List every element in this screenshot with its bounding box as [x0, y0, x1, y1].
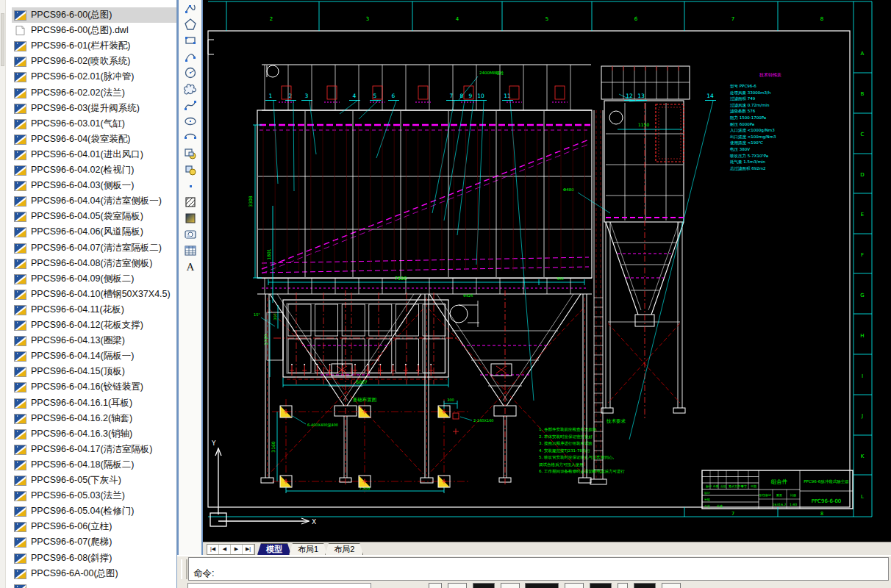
file-item[interactable]: PPCS96-6-04.10(槽钢50X37X4.5) — [12, 287, 176, 302]
tb-scale: 1:40 — [790, 503, 797, 506]
region-icon[interactable] — [180, 226, 200, 243]
ellipse-arc-icon[interactable] — [180, 129, 200, 146]
tb-sig-4: 签字 — [741, 484, 747, 488]
revcloud-icon[interactable] — [180, 81, 200, 97]
cad-text: 5 — [545, 16, 548, 22]
cad-text: 11 — [504, 93, 511, 99]
cad-text: 喷吹压力 5-7X10⁵Pa — [730, 154, 768, 158]
status-toggle-button[interactable] — [618, 583, 628, 588]
file-item[interactable]: PPCS96-6-04.15(顶板) — [12, 364, 176, 379]
file-item[interactable] — [12, 581, 176, 588]
file-item[interactable]: PPCS96-6-04.13(圈梁) — [12, 333, 176, 348]
status-toggle-button[interactable] — [590, 583, 612, 588]
file-item[interactable]: PPCS96-6-02.02(法兰) — [12, 85, 176, 101]
ellipse-icon[interactable] — [180, 113, 200, 129]
file-item[interactable]: PPCS96-6-04.04(清洁室侧板一) — [12, 193, 176, 209]
status-toggle-button[interactable] — [473, 583, 495, 588]
status-toggle-button[interactable] — [525, 583, 559, 588]
file-item[interactable]: PPCS96-6-05.03(法兰) — [12, 488, 176, 503]
file-item[interactable]: PPCS96-6-04.16.3(销轴) — [12, 426, 176, 442]
file-item-label: PPCS96-6-00(总图).dwl — [31, 24, 129, 37]
file-panel-scrollbar[interactable] — [0, 0, 6, 588]
command-window-grip[interactable] — [181, 559, 187, 579]
tab-layout2[interactable]: 布局2 — [325, 543, 363, 555]
tab-nav-prev-button[interactable]: ◀ — [219, 545, 231, 554]
file-item[interactable]: PPCS96-6-02(喷吹系统) — [12, 54, 176, 69]
file-item[interactable]: PPCS96-6-04.06(风道隔板) — [12, 224, 176, 240]
file-item[interactable]: PPCS96-6-04.14(隔板一) — [12, 348, 176, 364]
file-item[interactable]: PPCS96-6-04.11(花板) — [12, 302, 176, 318]
foundation-offset-dim: 300 — [447, 398, 454, 402]
drawing-canvas[interactable]: 3308 1801 300 7308 300 2400M8螺栓 — [203, 0, 891, 542]
ucs-y-label: Y — [211, 440, 216, 447]
file-item[interactable]: PPCS96-6-04.12(花板支撑) — [12, 318, 176, 333]
gradient-icon[interactable] — [180, 210, 200, 226]
point-icon[interactable] — [180, 178, 200, 194]
file-item[interactable]: PPCS96-6-04(袋室装配) — [12, 132, 176, 147]
polygon-icon[interactable] — [180, 16, 200, 32]
cad-sheet: 3308 1801 300 7308 300 2400M8螺栓 — [203, 0, 891, 542]
tb-role-2: 工艺 — [704, 504, 710, 508]
mtext-icon[interactable]: A — [180, 259, 200, 275]
file-item[interactable]: PPCS96-6-07(爬梯) — [12, 534, 176, 550]
dwg-file-icon — [14, 366, 26, 377]
cad-text: 3 — [366, 16, 369, 22]
make-block-icon[interactable] — [180, 162, 200, 178]
circle-icon[interactable] — [180, 65, 200, 81]
file-item[interactable]: PPCS96-6-00(总图).dwl — [12, 23, 176, 38]
tab-layout1[interactable]: 布局1 — [289, 543, 327, 555]
tab-nav-next-button[interactable]: ▶ — [231, 545, 243, 554]
file-item[interactable]: PPCS96-6-05.04(检修门) — [12, 503, 176, 519]
cad-text: 7 — [731, 16, 734, 22]
file-item[interactable]: PPCS96-6-04.05(袋室隔板) — [12, 209, 176, 224]
file-item[interactable]: PPCS96-6-03.01(气缸) — [12, 116, 176, 132]
tb-product: PPC96-6脉冲袋式除尘器 — [804, 479, 849, 484]
file-item[interactable]: PPCS96-6-04.03(侧板一) — [12, 178, 176, 193]
file-item[interactable]: PPCS96-6-04.01(进出风口) — [12, 147, 176, 162]
layout-tabs: 模型 布局1 布局2 — [260, 543, 363, 555]
tab-nav-last-button[interactable]: ▶| — [243, 545, 254, 554]
file-item[interactable]: PPCS96-6-02.01(脉冲管) — [12, 69, 176, 85]
arc-icon[interactable] — [180, 49, 200, 65]
hatch-icon[interactable] — [180, 194, 200, 210]
rectangle-icon[interactable] — [180, 32, 200, 49]
cad-text: L — [861, 494, 864, 500]
insert-block-icon[interactable] — [180, 146, 200, 162]
file-item-label: PPCS96-6-02.01(脉冲管) — [31, 71, 134, 83]
file-item-label: PPCS96-6-04.16.3(销轴) — [31, 428, 132, 440]
dwg-file-icon — [14, 459, 26, 470]
status-toggle-button[interactable] — [448, 583, 467, 588]
spline-icon[interactable] — [180, 97, 200, 113]
file-item[interactable]: PPCS96-6A-00(总图) — [12, 566, 176, 581]
tab-nav-first-button[interactable]: |◀ — [207, 545, 219, 554]
file-item[interactable]: PPCS96-6-08(斜撑) — [12, 551, 176, 566]
file-item[interactable]: PPCS96-6-04.09(侧板二) — [12, 271, 176, 287]
tab-model[interactable]: 模型 — [257, 543, 291, 555]
polyline-icon[interactable] — [180, 0, 200, 16]
file-item[interactable]: PPCS96-6-05(下灰斗) — [12, 473, 176, 488]
dwg-file-icon — [14, 103, 26, 114]
file-item[interactable]: PPCS96-6-04.16.1(耳板) — [12, 395, 176, 411]
file-item[interactable]: PPCS96-6-03(提升阀系统) — [12, 101, 176, 116]
file-item[interactable]: PPCS96-6-04.08(清洁室侧板) — [12, 256, 176, 271]
file-item[interactable]: PPCS96-6-04.07(清洁室隔板二) — [12, 240, 176, 256]
status-toggle-button[interactable] — [565, 583, 584, 588]
file-item[interactable]: PPCS96-6-04.16(铰链装置) — [12, 379, 176, 395]
file-item[interactable]: PPCS96-6-04.17(清洁室隔板) — [12, 442, 176, 457]
status-toggle-button[interactable] — [662, 583, 681, 588]
status-toggle-button[interactable] — [634, 583, 656, 588]
command-input-area[interactable]: 命令: — [188, 557, 889, 581]
scrollbar-thumb[interactable] — [1, 13, 4, 66]
table-icon[interactable] — [180, 243, 200, 259]
cad-text: 13 — [637, 93, 645, 99]
file-item[interactable]: PPCS96-6-04.02(检视门) — [12, 162, 176, 178]
file-item[interactable]: PPCS96-6-04.18(隔板二) — [12, 457, 176, 473]
file-item[interactable]: PPCS96-6-01(栏杆装配) — [12, 38, 176, 54]
file-item-selected[interactable]: PPCS96-6-00(总图) — [12, 7, 176, 23]
file-item[interactable]: PPCS96-6-06(立柱) — [12, 519, 176, 534]
dwg-file-icon — [14, 87, 26, 98]
tb-role-0: 设计 — [704, 491, 710, 495]
file-item[interactable]: PPCS96-6-04.16.2(轴套) — [12, 411, 176, 426]
status-toggle-button[interactable] — [501, 583, 520, 588]
status-toggle-button[interactable] — [429, 583, 442, 588]
